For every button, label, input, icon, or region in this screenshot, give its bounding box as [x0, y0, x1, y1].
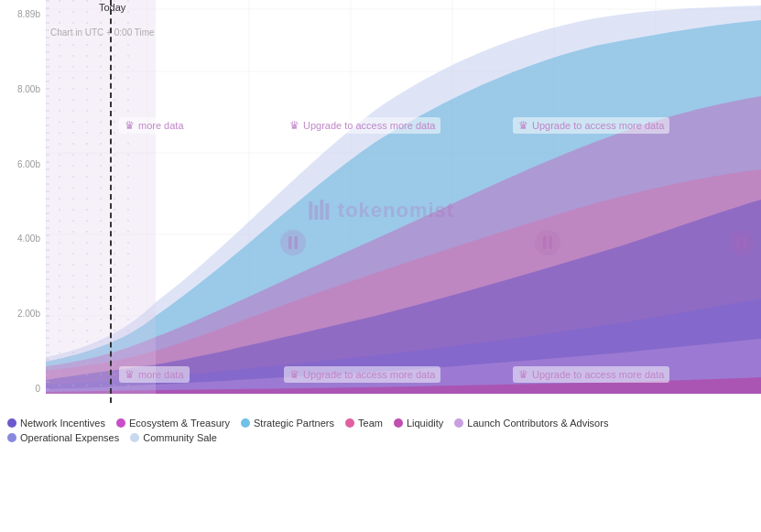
upgrade-banner-1[interactable]: ♛ more data [119, 117, 190, 134]
svg-point-22 [280, 230, 306, 255]
y-label-6b: 6.00b [0, 159, 40, 169]
crown-icon-1: ♛ [125, 119, 135, 132]
legend-dot-network-incentives [7, 418, 16, 428]
chart-container: 8.89b 8.00b 6.00b 4.00b 2.00b 0 [0, 0, 761, 421]
svg-point-28 [729, 230, 755, 255]
y-axis: 8.89b 8.00b 6.00b 4.00b 2.00b 0 [0, 0, 46, 403]
legend-dot-community-sale [130, 433, 139, 442]
legend-item-liquidity: Liquidity [394, 418, 443, 429]
svg-rect-30 [744, 236, 747, 249]
upgrade-text-3: Upgrade to access more data [532, 120, 664, 131]
upgrade-text-6: Upgrade to access more data [532, 369, 664, 380]
svg-rect-29 [737, 236, 741, 249]
svg-rect-33 [320, 200, 323, 220]
legend-label-ecosystem-treasury: Ecosystem & Treasury [129, 418, 230, 429]
legend-item-team: Team [345, 418, 383, 429]
legend-item-ecosystem-treasury: Ecosystem & Treasury [116, 418, 230, 429]
today-line [110, 0, 112, 403]
y-label-max: 8.89b [0, 9, 40, 19]
upgrade-text-1: more data [138, 120, 184, 131]
upgrade-text-2: Upgrade to access more data [303, 120, 435, 131]
legend-section: Release Schedule Network Incentives Ecos… [0, 458, 761, 474]
legend-dot-operational-expenses [7, 433, 16, 442]
svg-rect-27 [549, 236, 553, 249]
svg-rect-31 [309, 201, 312, 220]
legend-label-operational-expenses: Operational Expenses [20, 432, 119, 443]
upgrade-text-5: Upgrade to access more data [303, 369, 435, 380]
upgrade-banner-5[interactable]: ♛ Upgrade to access more data [284, 366, 440, 383]
svg-rect-14 [46, 0, 156, 394]
legend-item-community-sale: Community Sale [130, 432, 217, 443]
upgrade-banner-4[interactable]: ♛ more data [119, 366, 190, 383]
y-label-8b: 8.00b [0, 84, 40, 94]
legend-label-community-sale: Community Sale [143, 432, 217, 443]
legend-label-liquidity: Liquidity [407, 418, 443, 429]
legend-dot-team [345, 418, 354, 428]
legend-row-1: Network Incentives Ecosystem & Treasury … [7, 418, 754, 429]
legend-dot-launch-contributors [454, 418, 463, 428]
legend-label-strategic-partners: Strategic Partners [254, 418, 334, 429]
legend-dot-strategic-partners [241, 418, 250, 428]
svg-rect-23 [288, 236, 292, 249]
crown-icon-3: ♛ [518, 119, 528, 132]
utc-label: Chart in UTC + 0:00 Time [50, 27, 155, 38]
y-label-4b: 4.00b [0, 233, 40, 244]
legend-label-team: Team [358, 418, 383, 429]
upgrade-banner-6[interactable]: ♛ Upgrade to access more data [513, 366, 669, 383]
legend-row-2: Operational Expenses Community Sale [7, 432, 754, 443]
crown-icon-6: ♛ [518, 368, 528, 381]
legend-item-operational-expenses: Operational Expenses [7, 432, 119, 443]
crown-icon-5: ♛ [289, 368, 299, 381]
svg-rect-24 [295, 236, 299, 249]
legend-label-network-incentives: Network Incentives [20, 418, 105, 429]
svg-point-25 [535, 230, 560, 255]
svg-rect-26 [543, 236, 547, 249]
legend: Network Incentives Ecosystem & Treasury … [0, 412, 761, 474]
legend-item-strategic-partners: Strategic Partners [241, 418, 334, 429]
svg-rect-34 [325, 203, 329, 220]
upgrade-banner-3[interactable]: ♛ Upgrade to access more data [513, 117, 669, 134]
legend-item-launch-contributors: Launch Contributors & Advisors [454, 418, 608, 429]
watermark: tokenomist [307, 198, 454, 223]
upgrade-text-4: more data [138, 369, 184, 380]
legend-dot-ecosystem-treasury [116, 418, 125, 428]
legend-label-launch-contributors: Launch Contributors & Advisors [467, 418, 608, 429]
y-label-0: 0 [0, 384, 40, 394]
crown-icon-4: ♛ [125, 368, 135, 381]
upgrade-banner-2[interactable]: ♛ Upgrade to access more data [284, 117, 440, 134]
legend-item-network-incentives: Network Incentives [7, 418, 105, 429]
svg-rect-32 [314, 205, 318, 220]
today-label: Today [99, 2, 125, 13]
crown-icon-2: ♛ [289, 119, 299, 132]
y-label-2b: 2.00b [0, 309, 40, 319]
legend-dot-liquidity [394, 418, 403, 428]
